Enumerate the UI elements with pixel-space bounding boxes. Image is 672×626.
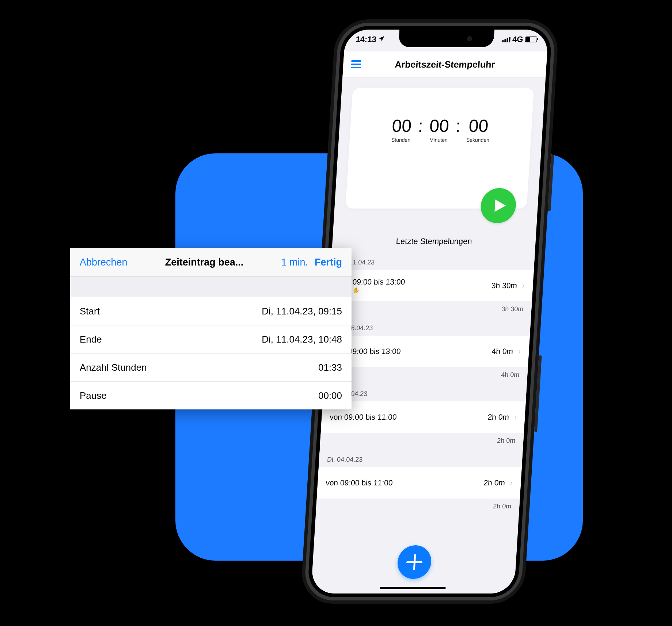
day-total: 2h 0m [497, 437, 516, 444]
pause-label: Pause [80, 390, 107, 401]
day-header: Di, 04.04.23 [319, 452, 523, 467]
pause-value: 00:00 [318, 390, 342, 401]
app-title: Arbeitszeit-Stempeluhr [369, 59, 547, 70]
entry-duration: 3h 30m [491, 281, 517, 290]
day-header: Mi, 05.04.23 [323, 386, 527, 401]
time-entry[interactable]: von 09:00 bis 11:00 2h 0m› [317, 467, 522, 499]
step-button[interactable]: 1 min. [281, 257, 308, 268]
end-row[interactable]: Ende Di, 11.04.23, 10:48 [70, 325, 352, 354]
chevron-right-icon: › [518, 347, 521, 356]
menu-icon[interactable] [343, 60, 369, 68]
day-total-row: 4h 0m [324, 367, 528, 382]
entry-range: von 09:00 bis 11:00 [330, 413, 397, 421]
chevron-right-icon: › [522, 281, 525, 290]
section-title: Letzte Stempelungen [396, 237, 472, 246]
entry-duration: 2h 0m [487, 413, 509, 421]
pause-row[interactable]: Pause 00:00 [70, 382, 352, 409]
section-header: Letzte Stempelungen [332, 230, 536, 252]
entry-duration: 2h 0m [483, 478, 505, 487]
day-header: Di, 11.04.23 [331, 255, 535, 270]
notch [398, 30, 494, 47]
home-indicator[interactable] [380, 587, 446, 589]
timer-hours-label: Stunden [391, 137, 411, 143]
time-entry[interactable]: von 09:00 bis 13:00 00:30✋ 3h 30m› [329, 270, 534, 302]
start-label: Start [80, 306, 100, 317]
clock: 14:13 [356, 35, 377, 44]
timer-seconds: 00 [467, 117, 491, 135]
app-header: Arbeitszeit-Stempeluhr [342, 51, 547, 77]
signal-icon [502, 37, 510, 42]
edit-time-entry-modal: Abbrechen Zeiteintrag bea... 1 min. Fert… [70, 248, 352, 409]
chevron-right-icon: › [514, 412, 517, 422]
hours-row[interactable]: Anzahl Stunden 01:33 [70, 354, 352, 382]
timer-minutes-label: Minuten [429, 137, 448, 143]
time-entry[interactable]: von 09:00 bis 13:00 4h 0m› [325, 336, 530, 367]
day-total-row: 3h 30m [328, 301, 532, 317]
network-label: 4G [512, 35, 523, 44]
hours-label: Anzahl Stunden [80, 362, 147, 373]
entry-duration: 4h 0m [491, 347, 513, 356]
timer-seconds-label: Sekunden [466, 137, 489, 143]
chevron-right-icon: › [510, 478, 513, 488]
start-row[interactable]: Start Di, 11.04.23, 09:15 [70, 297, 352, 325]
timer-minutes: 00 [429, 117, 449, 135]
battery-icon [525, 37, 537, 42]
day-total: 3h 30m [501, 305, 524, 313]
timer-hours: 00 [391, 117, 412, 135]
modal-spacer [70, 277, 352, 297]
day-total-row: 2h 0m [316, 499, 520, 514]
play-icon [492, 198, 508, 213]
hours-value: 01:33 [318, 362, 342, 373]
location-icon [378, 35, 386, 44]
modal-title: Zeiteintrag bea... [128, 257, 281, 268]
end-label: Ende [80, 334, 102, 345]
end-value: Di, 11.04.23, 10:48 [262, 334, 342, 345]
entry-range: von 09:00 bis 11:00 [326, 478, 393, 487]
cancel-button[interactable]: Abbrechen [80, 257, 128, 268]
add-button[interactable] [396, 545, 432, 579]
play-button[interactable] [480, 188, 517, 223]
done-button[interactable]: Fertig [315, 257, 342, 268]
day-total-row: 2h 0m [320, 433, 524, 448]
day-date: Di, 04.04.23 [327, 456, 363, 463]
timer-card: 00Stunden : 00Minuten : 00Sekunden [345, 88, 534, 209]
day-header: Do, 06.04.23 [327, 320, 531, 336]
day-total: 4h 0m [501, 371, 520, 379]
day-total: 2h 0m [493, 503, 512, 510]
modal-header: Abbrechen Zeiteintrag bea... 1 min. Fert… [70, 248, 352, 277]
hand-icon: ✋ [353, 287, 360, 294]
start-value: Di, 11.04.23, 09:15 [262, 306, 342, 317]
